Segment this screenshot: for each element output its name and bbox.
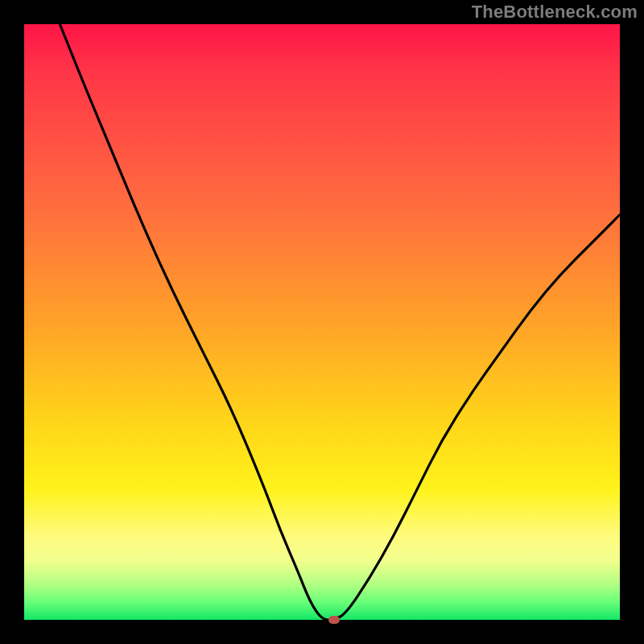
minimum-marker [328, 616, 340, 624]
chart-frame: TheBottleneck.com [0, 0, 644, 644]
bottleneck-curve [24, 24, 620, 620]
curve-path [60, 24, 620, 620]
plot-area [24, 24, 620, 620]
watermark-text: TheBottleneck.com [472, 2, 638, 23]
